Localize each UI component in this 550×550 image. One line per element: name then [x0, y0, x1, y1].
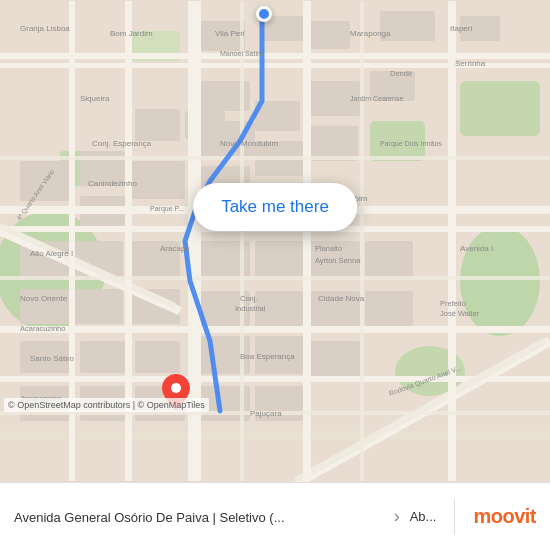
svg-point-108 [171, 383, 181, 393]
svg-rect-30 [75, 289, 123, 324]
svg-text:Avenida I: Avenida I [460, 244, 493, 253]
svg-rect-16 [130, 161, 185, 199]
svg-rect-70 [0, 276, 550, 280]
svg-rect-17 [135, 109, 180, 141]
svg-text:José Walter: José Walter [440, 309, 480, 318]
svg-text:Santo Sátiro: Santo Sátiro [30, 354, 75, 363]
svg-text:Maraponga: Maraponga [350, 29, 391, 38]
svg-text:Boa Esperança: Boa Esperança [240, 352, 295, 361]
svg-rect-40 [255, 241, 303, 279]
svg-rect-54 [0, 326, 550, 333]
svg-rect-58 [0, 431, 550, 439]
start-marker [256, 6, 272, 22]
svg-text:Industrial: Industrial [235, 304, 266, 313]
bottom-bar: Avenida General Osório De Paiva | Seleti… [0, 482, 550, 550]
svg-rect-10 [310, 21, 350, 49]
svg-text:Jardim Cearense: Jardim Cearense [350, 95, 403, 102]
svg-text:Siqueira: Siqueira [80, 94, 110, 103]
moovit-brand-text: moovit [473, 505, 536, 528]
second-destination-label: Ab... [410, 509, 437, 524]
arrow-icon: › [394, 506, 400, 527]
bottom-bar-left: Avenida General Osório De Paiva | Seleti… [14, 508, 384, 526]
svg-rect-72 [240, 1, 244, 481]
svg-text:Novo Mondubim: Novo Mondubim [220, 139, 279, 148]
map-attribution: © OpenStreetMap contributors | © OpenMap… [4, 398, 209, 412]
svg-text:Parque Dois Irmãos: Parque Dois Irmãos [380, 140, 442, 148]
svg-rect-73 [360, 1, 364, 481]
svg-text:Vila Peri: Vila Peri [215, 29, 245, 38]
svg-text:Prefeito: Prefeito [440, 299, 466, 308]
svg-rect-35 [80, 341, 125, 373]
map-container: Mondubim Novo Mondubim Canindezinho Conj… [0, 0, 550, 482]
svg-text:Dendê: Dendê [390, 69, 412, 78]
svg-text:Acaracuzinho: Acaracuzinho [20, 324, 65, 333]
svg-text:Pajuçara: Pajuçara [250, 409, 282, 418]
svg-text:Itaperi: Itaperi [450, 24, 472, 33]
svg-rect-33 [135, 341, 180, 373]
svg-rect-50 [310, 341, 360, 379]
take-me-there-button[interactable]: Take me there [193, 183, 357, 231]
svg-rect-48 [365, 241, 413, 279]
svg-rect-3 [460, 81, 540, 136]
svg-rect-66 [448, 1, 456, 481]
svg-text:Planalto: Planalto [315, 244, 342, 253]
svg-text:Bom Jardim: Bom Jardim [110, 29, 153, 38]
svg-text:Conj.: Conj. [240, 294, 258, 303]
svg-text:Canindezinho: Canindezinho [88, 179, 137, 188]
svg-rect-51 [365, 291, 413, 326]
svg-point-4 [460, 226, 540, 336]
svg-text:Cidade Nova: Cidade Nova [318, 294, 365, 303]
svg-text:Aracapé: Aracapé [160, 244, 190, 253]
svg-text:Alto Alegre I: Alto Alegre I [30, 249, 73, 258]
app: Mondubim Novo Mondubim Canindezinho Conj… [0, 0, 550, 550]
svg-text:Parque P...: Parque P... [150, 205, 184, 213]
svg-text:Granja Lisboa: Granja Lisboa [20, 24, 70, 33]
svg-rect-21 [310, 126, 358, 161]
bottom-divider [454, 499, 455, 535]
svg-text:Ayrton Senna: Ayrton Senna [315, 256, 361, 265]
svg-text:Conj. Esperança: Conj. Esperança [92, 139, 152, 148]
svg-rect-69 [0, 156, 550, 160]
svg-text:Manoel Sátiro: Manoel Sátiro [220, 50, 263, 57]
moovit-logo: moovit [473, 505, 536, 528]
svg-text:Novo Oriente: Novo Oriente [20, 294, 68, 303]
destination-label: Avenida General Osório De Paiva | Seleti… [14, 510, 285, 525]
svg-text:Serrinha: Serrinha [455, 59, 486, 68]
svg-rect-65 [303, 1, 311, 481]
